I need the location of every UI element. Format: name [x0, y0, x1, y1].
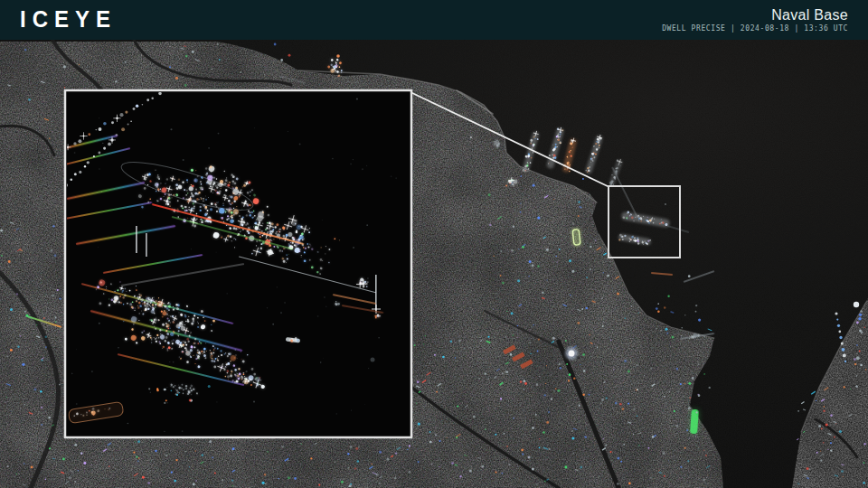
meta-separator: | [731, 24, 735, 33]
capture-info: Naval Base DWELL PRECISE | 2024-08-18 | … [662, 8, 848, 33]
capture-date: 2024-08-18 [741, 24, 789, 33]
page-title: Naval Base [771, 8, 848, 23]
capture-mode: DWELL PRECISE [662, 24, 725, 33]
iceye-logo: ICEYE [20, 6, 117, 33]
capture-meta: DWELL PRECISE | 2024-08-18 | 13:36 UTC [662, 24, 848, 33]
sar-image [0, 40, 868, 488]
capture-time: 13:36 UTC [804, 24, 848, 33]
inset-border [65, 90, 411, 437]
header-bar: ICEYE Naval Base DWELL PRECISE | 2024-08… [0, 0, 868, 40]
sar-scene-svg [0, 40, 868, 488]
iceye-imagery-viewer: ICEYE Naval Base DWELL PRECISE | 2024-08… [0, 0, 868, 488]
meta-separator: | [794, 24, 798, 33]
inset-zoom-box [64, 90, 411, 437]
